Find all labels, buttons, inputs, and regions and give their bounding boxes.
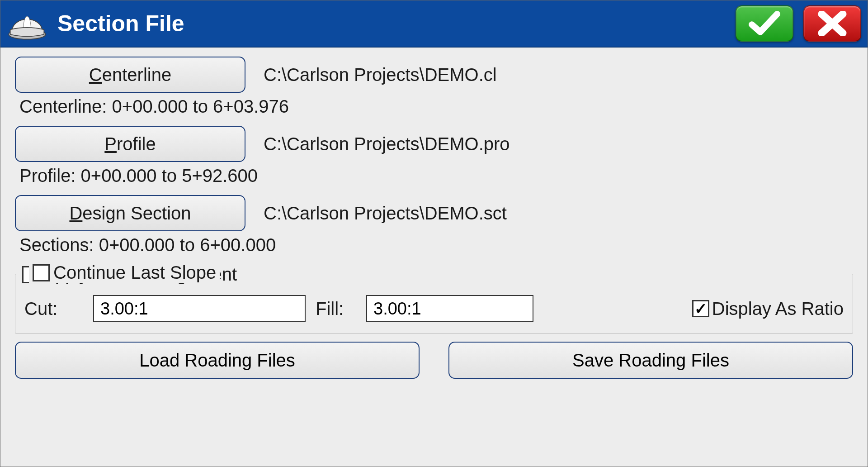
cut-label: Cut: [24, 299, 83, 319]
cut-input[interactable] [93, 295, 306, 322]
hardhat-icon [7, 5, 47, 42]
fill-label: Fill: [316, 299, 356, 319]
profile-range: Profile: 0+00.000 to 5+92.600 [19, 166, 853, 186]
content-area: Centerline C:\Carlson Projects\DEMO.cl C… [0, 48, 868, 386]
close-icon [816, 11, 848, 36]
save-roading-files-button[interactable]: Save Roading Files [448, 342, 853, 379]
profile-path: C:\Carlson Projects\DEMO.pro [264, 134, 510, 154]
display-as-ratio-label: Display As Ratio [712, 299, 844, 319]
profile-button[interactable]: Profile [15, 126, 245, 162]
load-roading-files-button[interactable]: Load Roading Files [15, 342, 420, 379]
design-section-path: C:\Carlson Projects\DEMO.sct [264, 203, 507, 224]
dialog-title: Section File [57, 10, 726, 37]
continue-last-slope-checkbox[interactable] [33, 264, 50, 281]
fill-input[interactable] [366, 295, 533, 322]
cancel-button[interactable] [803, 5, 861, 42]
centerline-path: C:\Carlson Projects\DEMO.cl [264, 65, 497, 85]
design-section-button[interactable]: Design Section [15, 195, 245, 231]
ok-button[interactable] [736, 5, 793, 42]
centerline-range: Centerline: 0+00.000 to 6+03.976 [19, 96, 853, 117]
slope-group: Continue Last Slope Cut: Fill: Display A… [15, 274, 853, 334]
continue-last-slope-label: Continue Last Slope [53, 262, 216, 283]
display-as-ratio-checkbox[interactable] [692, 300, 709, 317]
centerline-button[interactable]: Centerline [15, 57, 245, 93]
check-icon [749, 11, 780, 36]
sections-range: Sections: 0+00.000 to 6+00.000 [19, 235, 853, 255]
titlebar: Section File [0, 0, 868, 48]
